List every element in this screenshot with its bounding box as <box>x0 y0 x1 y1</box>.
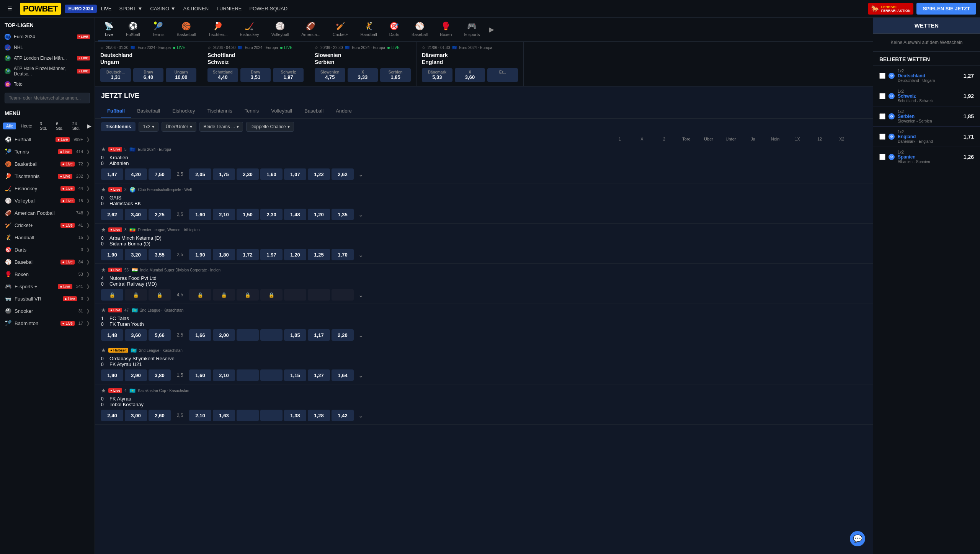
live-tab-andere[interactable]: Andere <box>330 104 358 118</box>
odd-x-2[interactable]: 3,20 <box>125 249 147 260</box>
odd-dc2-5[interactable]: 1,27 <box>308 369 330 381</box>
league-euro-2024[interactable]: 🇪🇺 Euro 2024 • LIVE <box>0 31 95 42</box>
beliebte-checkbox-0[interactable] <box>879 73 885 79</box>
featured-odd-2-3[interactable]: Schweiz 1,97 <box>273 68 304 82</box>
expand-btn-4[interactable]: ⌄ <box>355 330 366 340</box>
odd-dc2-6[interactable]: 1,28 <box>308 410 330 421</box>
live-tab-basketball[interactable]: Basketball <box>131 104 166 118</box>
odd-bt2-1[interactable]: 2,30 <box>260 209 283 220</box>
beliebte-name-3[interactable]: England <box>898 134 960 139</box>
beliebte-name-1[interactable]: Schweiz <box>898 93 960 99</box>
sport-tab-basketball[interactable]: 🏀 Basketball <box>170 18 202 41</box>
odd-uo1-0[interactable]: 2,05 <box>189 168 211 180</box>
live-tab-eishockey[interactable]: Eishockey <box>166 104 201 118</box>
odd-dc1-5[interactable]: 1,15 <box>284 369 306 381</box>
odd-bt1-1[interactable]: 1,50 <box>237 209 259 220</box>
league-atp-halle[interactable]: 🎾 ATP Halle Einzel Männer, Deutsc... • L… <box>0 64 95 79</box>
odd-bt1-6[interactable] <box>237 410 259 421</box>
sport-tab-american[interactable]: 🏈 America... <box>295 18 327 41</box>
sport-item-badminton[interactable]: 🏸 Badminton ● Live 17 ❯ <box>0 317 95 329</box>
beliebte-checkbox-3[interactable] <box>879 134 885 140</box>
featured-odd-4-1[interactable]: Dänemark 5,33 <box>422 68 452 82</box>
odd-1-0[interactable]: 1,47 <box>101 168 123 180</box>
odd-x-1[interactable]: 3,40 <box>125 209 147 220</box>
odd-uo2-5[interactable]: 2,10 <box>213 369 235 381</box>
odd-x-4[interactable]: 3,60 <box>125 329 147 341</box>
league-toto[interactable]: 🎯 Toto <box>0 79 95 90</box>
beliebte-item-2[interactable]: ⚙ 1x2 Serbien Slowenien - Serbien 1,85 <box>873 106 980 127</box>
euro-badge[interactable]: EURO 2024 <box>65 5 97 13</box>
odd-uo1-2[interactable]: 1,90 <box>189 249 211 260</box>
sport-tab-volleyball[interactable]: 🏐 Volleyball <box>265 18 295 41</box>
odd-dc3-5[interactable]: 1,64 <box>332 369 354 381</box>
odd-bt1-4[interactable] <box>237 329 259 341</box>
beliebte-name-2[interactable]: Serbien <box>898 114 960 119</box>
beliebte-name-0[interactable]: Deutschland <box>898 73 960 78</box>
match-star-0[interactable]: ★ <box>101 146 106 152</box>
sport-tab-baseball[interactable]: ⚾ Baseball <box>405 18 434 41</box>
expand-btn-3[interactable]: ⌄ <box>355 290 366 300</box>
nav-casino[interactable]: CASINO ▼ <box>150 6 175 11</box>
odd-uo2-2[interactable]: 1,80 <box>213 249 235 260</box>
dropdown-uo[interactable]: Über/Unter ▾ <box>162 122 196 132</box>
sport-item-fussballvr[interactable]: 🥽 Fussball VR ● Live 3 ❯ <box>0 293 95 305</box>
featured-card-daenemark[interactable]: ☆ 21/06 · 01:30 🇪🇺 Euro 2024 · Europa Dä… <box>416 42 524 86</box>
featured-card-schottland[interactable]: ☆ 20/06 · 04:30 🇪🇺 Euro 2024 · Europa LI… <box>202 42 309 86</box>
spielen-button[interactable]: SPIELEN SIE JETZT <box>916 3 976 15</box>
odd-uo2-1[interactable]: 2,10 <box>213 209 235 220</box>
odd-uo1-6[interactable]: 2,10 <box>189 410 211 421</box>
live-tab-tischtennis[interactable]: Tischtennis <box>201 104 238 118</box>
odd-uo2-4[interactable]: 2,00 <box>213 329 235 341</box>
time-filter-heute[interactable]: Heute <box>18 123 35 129</box>
odd-dc1-6[interactable]: 1,38 <box>284 410 306 421</box>
odd-bt1-2[interactable]: 1,72 <box>237 249 259 260</box>
featured-odd-2-1[interactable]: Schottland 4,40 <box>207 68 238 82</box>
featured-odd-3-2[interactable]: X 3,33 <box>348 68 378 82</box>
league-atp-london[interactable]: 🎾 ATP London Einzel Män... • LIVE <box>0 53 95 64</box>
odd-dc3-1[interactable]: 1,35 <box>332 209 354 220</box>
beliebte-item-4[interactable]: ⚙ 1x2 Spanien Albanien - Spanien 1,26 <box>873 147 980 167</box>
featured-odd-1-2[interactable]: Draw 6,40 <box>133 68 164 82</box>
sport-tab-boxen[interactable]: 🥊 Boxen <box>434 18 458 41</box>
odd-dc3-2[interactable]: 1,70 <box>332 249 354 260</box>
search-input[interactable] <box>5 93 90 103</box>
sport-item-tennis[interactable]: 🎾 Tennis ● Live 414 ❯ <box>0 145 95 158</box>
odd-1-3[interactable]: 🔒 <box>101 289 123 301</box>
dropdown-dc[interactable]: Doppelte Chance ▾ <box>246 122 294 132</box>
expand-btn-5[interactable]: ⌄ <box>355 370 366 381</box>
live-tab-tennis[interactable]: Tennis <box>238 104 265 118</box>
live-tab-baseball[interactable]: Baseball <box>298 104 330 118</box>
odd-2-1[interactable]: 2,25 <box>149 209 171 220</box>
featured-odd-2-2[interactable]: Draw 3,51 <box>240 68 271 82</box>
nav-aktionen[interactable]: AKTIONEN <box>183 6 209 11</box>
odd-1-4[interactable]: 1,48 <box>101 329 123 341</box>
beliebte-item-1[interactable]: ⚙ 1x2 Schweiz Schottland - Schweiz 1,92 <box>873 86 980 106</box>
featured-odd-3-1[interactable]: Slowenien 4,75 <box>315 68 345 82</box>
tischtennis-filter-btn[interactable]: Tischtennis <box>101 122 136 131</box>
odd-2-5[interactable]: 3,80 <box>149 369 171 381</box>
sport-item-esports[interactable]: 🎮 E-sports + ● Live 341 ❯ <box>0 280 95 293</box>
match-star-5[interactable]: ★ <box>101 347 106 353</box>
odd-2-0[interactable]: 7,50 <box>149 168 171 180</box>
featured-odd-3-3[interactable]: Serbien 1,85 <box>380 68 411 82</box>
odd-x-6[interactable]: 3,00 <box>125 410 147 421</box>
odd-dc1-2[interactable]: 1,20 <box>284 249 306 260</box>
odd-bt1-5[interactable] <box>237 369 259 381</box>
live-tab-volleyball[interactable]: Volleyball <box>265 104 298 118</box>
nav-turniere[interactable]: TURNIERE <box>216 6 242 11</box>
match-star-2[interactable]: ★ <box>101 227 106 233</box>
nav-live[interactable]: LIVE <box>101 6 111 11</box>
odd-bt2-4[interactable] <box>260 329 283 341</box>
odd-dc2-2[interactable]: 1,25 <box>308 249 330 260</box>
sport-tab-esports[interactable]: 🎮 E-sports <box>458 18 486 41</box>
time-filter-alle[interactable]: Alle <box>3 123 16 129</box>
odd-bt1-0[interactable]: 2,30 <box>237 168 259 180</box>
chat-button[interactable]: 💬 <box>850 531 865 546</box>
featured-odd-4-2[interactable]: X 3,60 <box>455 68 485 82</box>
featured-odd-1-3[interactable]: Ungarn 10,00 <box>166 68 196 82</box>
match-star-3[interactable]: ★ <box>101 267 106 273</box>
odd-dc3-6[interactable]: 1,42 <box>332 410 354 421</box>
tab-arrow-right[interactable]: ▶ <box>486 21 497 38</box>
sport-tab-handball[interactable]: 🤾 Handball <box>354 18 383 41</box>
odd-dc1-0[interactable]: 1,07 <box>284 168 306 180</box>
